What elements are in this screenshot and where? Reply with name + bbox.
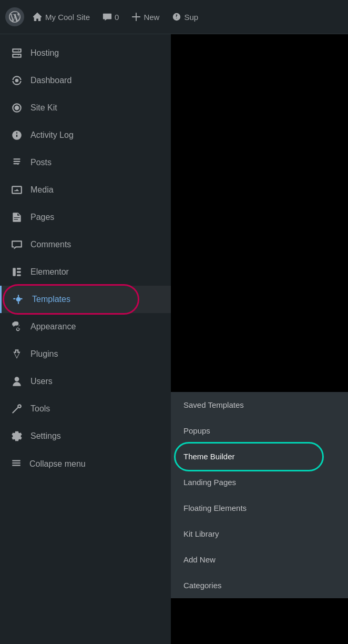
sidebar-item-comments[interactable]: Comments [0,231,171,258]
appearance-icon [11,320,23,333]
sidebar-item-elementor[interactable]: Elementor [0,258,171,286]
support-label: Sup [184,13,198,22]
sidebar-item-dashboard[interactable]: Dashboard [0,67,171,94]
sidebar-label-collapse: Collapse menu [29,459,86,469]
submenu-item-popups[interactable]: Popups [171,418,348,444]
sidebar-item-tools[interactable]: Tools [0,395,171,422]
sidebar-label-site-kit: Site Kit [30,103,57,113]
saved-templates-label: Saved Templates [183,400,244,409]
help-button[interactable]: Sup [168,10,202,24]
categories-label: Categories [183,581,222,590]
right-panel: Saved Templates Popups Theme Builder Lan… [171,34,348,644]
comments-bar-item[interactable]: 0 [98,10,123,24]
sidebar-item-settings[interactable]: Settings [0,422,171,450]
sidebar-item-plugins[interactable]: Plugins [0,340,171,368]
svg-rect-1 [13,268,16,276]
settings-icon [11,430,23,442]
add-new-label: Add New [183,555,216,564]
theme-builder-label: Theme Builder [183,452,235,461]
sidebar-label-activity-log: Activity Log [30,130,74,140]
dashboard-icon [11,74,23,87]
sidebar-label-tools: Tools [30,404,50,414]
kit-library-label: Kit Library [183,529,219,538]
sidebar-label-plugins: Plugins [30,349,58,359]
users-icon [11,375,23,388]
submenu-item-landing-pages[interactable]: Landing Pages [171,469,348,495]
admin-bar: My Cool Site 0 New Sup [0,0,348,34]
sidebar: Hosting Dashboard Site Kit [0,34,171,644]
submenu-item-saved-templates[interactable]: Saved Templates [171,392,348,418]
comments-icon [11,238,23,251]
comment-count: 0 [115,13,119,22]
site-kit-icon [11,102,23,114]
sidebar-label-dashboard: Dashboard [30,76,71,85]
submenu-item-theme-builder[interactable]: Theme Builder [171,444,348,469]
new-label: New [144,13,159,22]
sidebar-label-comments: Comments [30,240,71,249]
templates-submenu: Saved Templates Popups Theme Builder Lan… [171,392,348,598]
popups-label: Popups [183,426,210,435]
elementor-icon [11,266,23,278]
sidebar-item-media[interactable]: Media [0,176,171,204]
sidebar-label-pages: Pages [30,213,54,222]
theme-builder-wrap: Theme Builder [171,444,348,469]
svg-point-5 [16,297,21,302]
activity-log-icon [11,129,23,142]
floating-elements-label: Floating Elements [183,504,247,512]
posts-icon [11,156,23,169]
sidebar-label-hosting: Hosting [30,48,59,58]
pages-icon [11,211,23,224]
wordpress-logo[interactable] [5,7,24,26]
submenu-item-categories[interactable]: Categories [171,572,348,598]
plugins-icon [11,348,23,360]
media-icon [11,184,23,196]
sidebar-item-users[interactable]: Users [0,368,171,395]
home-link[interactable]: My Cool Site [28,10,94,24]
submenu-item-floating-elements[interactable]: Floating Elements [171,495,348,521]
sidebar-label-settings: Settings [30,431,61,441]
collapse-icon [11,457,22,471]
sidebar-item-templates[interactable]: Templates [0,286,171,313]
sidebar-item-pages[interactable]: Pages [0,204,171,231]
sidebar-label-templates: Templates [32,295,70,304]
submenu-item-add-new[interactable]: Add New [171,547,348,572]
sidebar-label-users: Users [30,377,53,386]
svg-rect-2 [17,268,21,269]
sidebar-label-elementor: Elementor [30,267,69,277]
submenu-item-kit-library[interactable]: Kit Library [171,521,348,547]
svg-rect-3 [17,271,21,273]
landing-pages-label: Landing Pages [183,478,236,487]
sidebar-item-site-kit[interactable]: Site Kit [0,94,171,122]
svg-point-0 [15,79,19,83]
sidebar-item-activity-log[interactable]: Activity Log [0,122,171,149]
sidebar-label-media: Media [30,185,54,195]
sidebar-item-appearance[interactable]: Appearance [0,313,171,340]
svg-rect-4 [17,274,21,276]
hosting-icon [11,47,23,59]
collapse-menu-item[interactable]: Collapse menu [0,450,171,478]
main-area: Hosting Dashboard Site Kit [0,34,348,644]
sidebar-label-appearance: Appearance [30,322,76,331]
templates-icon [12,293,25,306]
sidebar-label-posts: Posts [30,158,52,167]
sidebar-item-posts[interactable]: Posts [0,149,171,176]
site-name: My Cool Site [45,13,90,22]
new-content-button[interactable]: New [127,10,163,24]
sidebar-item-hosting[interactable]: Hosting [0,39,171,67]
tools-icon [11,402,23,415]
